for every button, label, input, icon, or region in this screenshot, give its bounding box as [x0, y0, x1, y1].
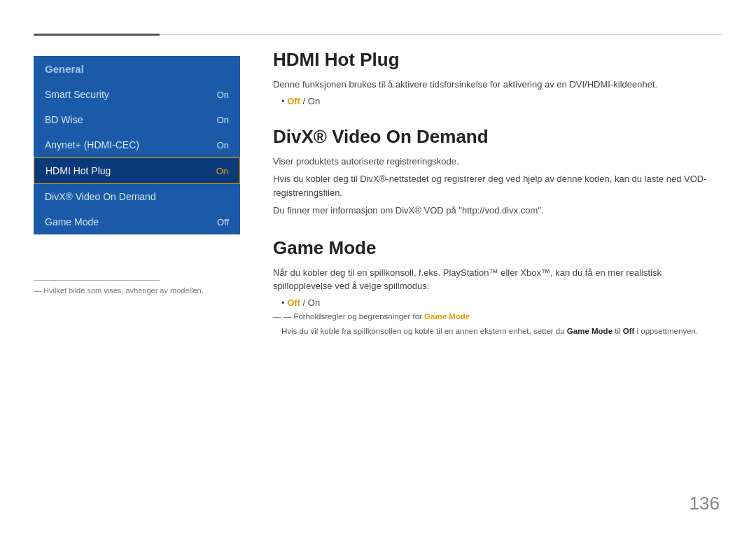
menu-item-label: DivX® Video On Demand [45, 191, 156, 202]
hdmi-hot-plug-desc: Denne funksjonen brukes til å aktivere t… [273, 78, 722, 92]
divx-desc1: Viser produktets autoriserte registrerin… [273, 155, 722, 169]
menu-item-smart-security[interactable]: Smart Security On [34, 82, 240, 107]
footnote2-bold: Game Mode [567, 327, 612, 335]
section-hdmi-hot-plug: HDMI Hot Plug Denne funksjonen brukes ti… [273, 49, 722, 106]
off-label: Off [287, 297, 300, 308]
section-divx: DivX® Video On Demand Viser produktets a… [273, 126, 722, 218]
footnote2-middle: til [612, 327, 623, 335]
top-lines [34, 34, 722, 36]
footnote2-bold2: Off [623, 327, 635, 335]
main-content: HDMI Hot Plug Denne funksjonen brukes ti… [273, 49, 722, 357]
top-line-light [160, 34, 722, 35]
footnote2-prefix: Hvis du vil koble fra spillkonsollen og … [281, 327, 567, 335]
note-divider [34, 280, 160, 281]
on-label: / On [303, 96, 321, 106]
game-mode-footnote1: — Forholdsregler og begrensninger for Ga… [273, 311, 722, 323]
menu-item-hdmi-hot-plug[interactable]: HDMI Hot Plug On [34, 157, 240, 184]
hdmi-hot-plug-title: HDMI Hot Plug [273, 49, 722, 71]
menu-item-label: Smart Security [45, 89, 109, 100]
footnote2-suffix: i oppsettmenyen. [634, 327, 698, 335]
page-number: 136 [690, 493, 720, 514]
menu-item-label: BD Wise [45, 114, 83, 125]
footnote1-bold: Game Mode [424, 312, 470, 321]
menu-item-divx[interactable]: DivX® Video On Demand [34, 184, 240, 209]
menu-item-anynet[interactable]: Anynet+ (HDMI-CEC) On [34, 132, 240, 157]
menu-items: Smart Security On BD Wise On Anynet+ (HD… [34, 82, 240, 234]
divx-desc3: Du finner mer informasjon om DivX® VOD p… [273, 204, 722, 218]
divx-desc2: Hvis du kobler deg til DivX®-nettstedet … [273, 172, 722, 199]
off-label: Off [287, 96, 300, 106]
menu-item-value: On [217, 140, 229, 150]
game-mode-footnote2: Hvis du vil koble fra spillkonsollen og … [281, 325, 722, 337]
divx-title: DivX® Video On Demand [273, 126, 722, 148]
menu-item-value: On [217, 90, 229, 100]
menu-item-label: HDMI Hot Plug [46, 165, 111, 176]
footnote1-prefix: — Forholdsregler og begrensninger for [273, 312, 424, 321]
game-mode-desc: Når du kobler deg til en spillkonsoll, f… [273, 266, 722, 293]
note-text: — Hvilket bilde som vises, avhenger av m… [34, 286, 240, 295]
menu-item-label: Game Mode [45, 216, 99, 227]
on-label: / On [303, 297, 321, 308]
menu-item-value: On [217, 115, 229, 125]
menu-item-game-mode[interactable]: Game Mode Off [34, 209, 240, 234]
game-mode-title: Game Mode [273, 237, 722, 259]
section-game-mode: Game Mode Når du kobler deg til en spill… [273, 237, 722, 338]
sidebar: General Smart Security On BD Wise On Any… [34, 56, 240, 234]
menu-item-value: On [216, 166, 228, 176]
menu-item-value: Off [217, 217, 229, 227]
menu-item-label: Anynet+ (HDMI-CEC) [45, 139, 139, 150]
sidebar-header: General [34, 56, 240, 82]
bottom-note-area: — Hvilket bilde som vises, avhenger av m… [34, 280, 240, 295]
game-mode-bullet: Off / On [281, 297, 722, 308]
top-line-dark [34, 34, 160, 36]
menu-item-bd-wise[interactable]: BD Wise On [34, 107, 240, 132]
hdmi-hot-plug-bullet: Off / On [281, 96, 722, 106]
